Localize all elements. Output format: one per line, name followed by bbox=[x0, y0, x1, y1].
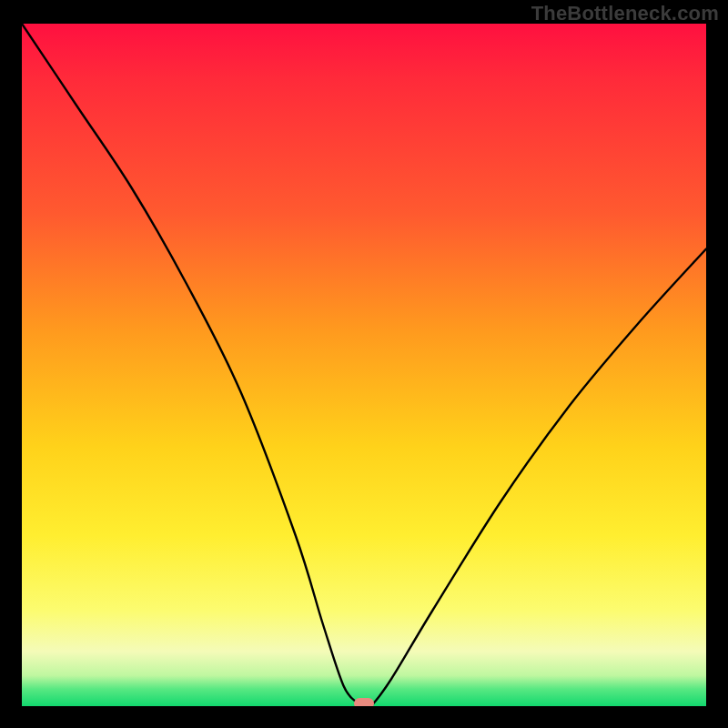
bottleneck-curve bbox=[22, 24, 706, 706]
chart-frame: TheBottleneck.com bbox=[0, 0, 728, 728]
plot-area bbox=[22, 24, 706, 706]
optimal-point-marker bbox=[354, 698, 374, 706]
watermark-label: TheBottleneck.com bbox=[531, 2, 719, 25]
